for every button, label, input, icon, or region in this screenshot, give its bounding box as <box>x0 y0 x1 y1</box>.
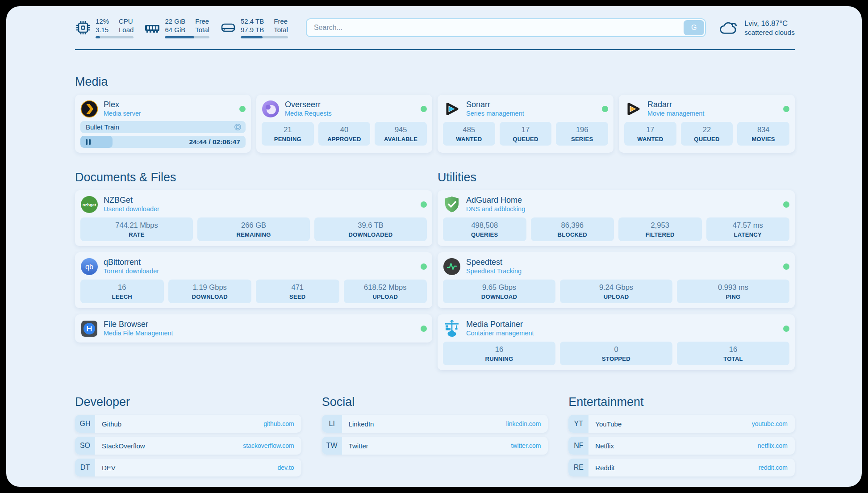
stat-block: 196 SERIES <box>556 122 608 146</box>
stat-block: 9.24 Gbps UPLOAD <box>560 280 672 303</box>
service-name: NZBGet <box>104 195 159 205</box>
stat-block: 16 RUNNING <box>443 342 555 365</box>
overseerr-icon <box>262 100 280 118</box>
service-card-filebrowser[interactable]: File Browser Media File Management <box>75 314 432 343</box>
memory-icon <box>144 20 160 36</box>
section-title-entertainment: Entertainment <box>568 395 795 409</box>
stat-block: 17 QUEUED <box>500 122 552 146</box>
service-name: File Browser <box>104 319 173 329</box>
cpu-load-label: Load <box>119 25 134 34</box>
search-provider-button[interactable]: G <box>684 20 704 35</box>
service-card-plex[interactable]: Plex Media server Bullet Train <box>75 95 251 153</box>
weather-widget[interactable]: Lviv, 16.87°C scattered clouds <box>718 19 795 37</box>
status-dot <box>783 201 789 208</box>
bookmark-label: YouTube <box>595 420 622 428</box>
bookmark-group-social: Social LI LinkedIn linkedin.com TW Twitt… <box>322 395 548 455</box>
service-name: qBittorrent <box>104 257 159 267</box>
cpu-usage-value: 12% <box>96 17 109 25</box>
system-stats: 12% 3.15 CPU Load <box>75 17 288 38</box>
stat-block: 21 PENDING <box>262 122 314 146</box>
bookmark-abbr: DT <box>75 459 95 476</box>
bookmark-twitter[interactable]: TW Twitter twitter.com <box>322 437 548 455</box>
stat-block: 744.21 Mbps RATE <box>80 217 193 241</box>
memory-total-label: Total <box>195 25 209 34</box>
service-description: Container management <box>466 329 534 338</box>
bookmark-stackoverflow[interactable]: SO StackOverflow stackoverflow.com <box>75 437 301 455</box>
bookmark-youtube[interactable]: YT YouTube youtube.com <box>568 415 795 433</box>
bookmark-label: Twitter <box>349 442 368 450</box>
memory-progress-bar <box>165 36 209 38</box>
service-description: Usenet downloader <box>104 205 159 213</box>
stat-block: 16 TOTAL <box>677 342 789 365</box>
service-card-portainer[interactable]: Media Portainer Container management 16 … <box>438 314 795 370</box>
service-description: DNS and adblocking <box>466 205 525 213</box>
service-description: Series management <box>466 109 524 118</box>
status-dot <box>602 106 608 112</box>
service-card-qbittorrent[interactable]: qb qBittorrent Torrent downloader 16 <box>75 252 432 308</box>
bookmark-abbr: LI <box>322 415 342 433</box>
memory-free-label: Free <box>195 17 209 25</box>
bookmark-reddit[interactable]: RE Reddit reddit.com <box>568 459 795 476</box>
bookmark-label: Reddit <box>595 464 614 472</box>
service-card-nzbget[interactable]: nzbget NZBGet Usenet downloader 744.21 M… <box>75 190 432 246</box>
dashboard-panel: 12% 3.15 CPU Load <box>6 6 862 487</box>
bookmark-dev[interactable]: DT DEV dev.to <box>75 459 301 476</box>
qbittorrent-icon: qb <box>80 258 98 276</box>
service-name: Overseerr <box>285 100 332 109</box>
service-description: Media server <box>104 109 141 118</box>
service-card-speedtest[interactable]: Speedtest Speedtest Tracking 9.65 Gbps D… <box>438 252 795 308</box>
stat-block: 40 APPROVED <box>318 122 371 146</box>
svg-text:qb: qb <box>85 263 93 271</box>
stat-block: 1.19 Gbps DOWNLOAD <box>168 280 252 303</box>
portainer-icon <box>443 320 461 338</box>
memory-total-value: 64 GiB <box>165 25 185 34</box>
stat-block: 0 STOPPED <box>560 342 672 365</box>
filebrowser-icon <box>80 320 98 338</box>
cloud-icon <box>718 19 739 36</box>
stat-block: 485 WANTED <box>443 122 495 146</box>
playback-progress-bar: 24:44 / 02:06:47 <box>80 136 246 148</box>
bookmark-label: DEV <box>102 464 116 472</box>
speedtest-icon <box>443 258 461 276</box>
memory-free-value: 22 GiB <box>165 17 185 25</box>
search-input[interactable] <box>306 18 706 37</box>
disk-icon <box>220 20 236 36</box>
header: 12% 3.15 CPU Load <box>75 17 795 38</box>
bookmark-github[interactable]: GH Github github.com <box>75 415 301 433</box>
stat-block: 9.65 Gbps DOWNLOAD <box>443 280 555 303</box>
section-title-social: Social <box>322 395 548 409</box>
service-description: Media Requests <box>285 109 332 118</box>
bookmark-netflix[interactable]: NF Netflix netflix.com <box>568 437 795 455</box>
disk-free-label: Free <box>274 17 288 25</box>
service-card-sonarr[interactable]: Sonarr Series management 485 WANTED 17 Q… <box>438 95 613 153</box>
nzbget-icon: nzbget <box>80 196 98 213</box>
stat-block: 945 AVAILABLE <box>375 122 427 146</box>
bookmark-abbr: TW <box>322 437 342 455</box>
bookmark-abbr: GH <box>75 415 95 433</box>
status-dot <box>783 106 789 112</box>
service-description: Speedtest Tracking <box>466 267 522 276</box>
session-icon <box>234 123 242 131</box>
bookmark-label: Github <box>102 420 121 428</box>
documents-column: Documents & Files nzbget NZBGet Usenet d… <box>75 171 432 343</box>
status-dot <box>421 263 427 270</box>
service-name: Media Portainer <box>466 319 534 329</box>
bookmark-label: Netflix <box>595 442 614 450</box>
bookmark-url: twitter.com <box>511 442 541 449</box>
bookmark-url: github.com <box>263 420 294 427</box>
service-card-adguard[interactable]: AdGuard Home DNS and adblocking 498,508 … <box>438 190 795 246</box>
service-card-overseerr[interactable]: Overseerr Media Requests 21 PENDING 40 A… <box>256 95 432 153</box>
bookmark-label: LinkedIn <box>349 420 374 428</box>
disk-stat-widget: 52.4 TB 97.9 TB Free Total <box>220 17 288 38</box>
bookmark-linkedin[interactable]: LI LinkedIn linkedin.com <box>322 415 548 433</box>
bookmark-url: reddit.com <box>759 464 788 471</box>
status-dot <box>783 326 789 332</box>
stat-block: 498,508 QUERIES <box>443 217 526 241</box>
service-card-radarr[interactable]: Radarr Movie management 17 WANTED 22 QUE… <box>619 95 795 153</box>
disk-progress-bar <box>241 36 288 38</box>
cpu-usage-label: CPU <box>119 17 134 25</box>
section-title-media: Media <box>75 75 795 88</box>
svg-text:nzbget: nzbget <box>83 202 96 207</box>
adguard-icon <box>443 196 461 213</box>
section-title-utilities: Utilities <box>438 171 795 184</box>
